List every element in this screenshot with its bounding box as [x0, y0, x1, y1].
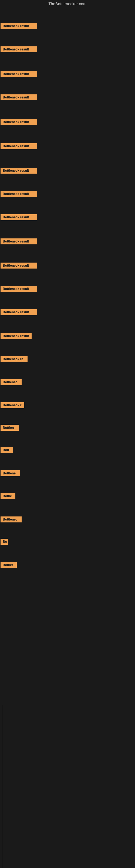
bottleneck-bar-row: Bottleneck result: [1, 333, 32, 340]
bottleneck-bar-row: Bott: [1, 447, 13, 454]
bottleneck-bar-row: Bottleneck re: [1, 356, 28, 363]
bottleneck-bar: Bottleneck result: [1, 119, 37, 125]
bottleneck-bar-row: Bottleneck result: [1, 167, 37, 175]
bottleneck-bar: Bottler: [1, 562, 17, 568]
bottleneck-bar-row: Bottleneck r: [1, 402, 24, 409]
site-title: TheBottlenecker.com: [0, 0, 135, 8]
bottleneck-bar: Bottleneck result: [1, 309, 37, 315]
bottleneck-bar-row: Bottleneck result: [1, 119, 37, 126]
bottleneck-bar: Bottleneck result: [1, 94, 37, 100]
bottleneck-bar-row: Bo: [1, 539, 8, 546]
bottleneck-bar: Bottleneck result: [1, 333, 32, 339]
bottleneck-bar-row: Bottler: [1, 562, 17, 569]
bottleneck-bar: Bottleneck r: [1, 402, 24, 408]
bottleneck-bar-row: Bottleneck result: [1, 23, 37, 30]
bottleneck-bar-row: Bottlenec: [1, 379, 21, 386]
bottleneck-bar: Bottleneck result: [1, 143, 37, 149]
bottleneck-bar-row: Bottleneck result: [1, 71, 37, 78]
bottleneck-bar-row: Bottlene: [1, 470, 20, 477]
bottleneck-bar-row: Bottlenec: [1, 517, 21, 524]
bottleneck-bar-row: Bottle: [1, 493, 15, 500]
bottleneck-bar: Bottleneck result: [1, 286, 37, 292]
bottleneck-bar: Bottleneck result: [1, 214, 37, 220]
bottleneck-bar-row: Bottleneck result: [1, 239, 37, 246]
bottleneck-bar: Bottleneck result: [1, 46, 37, 52]
bottleneck-bar-row: Bottleneck result: [1, 286, 37, 293]
bottleneck-bar: Bottleneck result: [1, 239, 37, 244]
bottleneck-bar-row: Bottleneck result: [1, 214, 37, 221]
bottleneck-bar-row: Bottleneck result: [1, 46, 37, 54]
bottleneck-bar-row: Bottleneck result: [1, 94, 37, 101]
bottleneck-bar-row: Bottleneck result: [1, 191, 37, 198]
bottleneck-bar: Bott: [1, 447, 13, 453]
bottleneck-bar: Bottle: [1, 493, 15, 499]
bottleneck-bar: Bottleneck result: [1, 71, 37, 77]
bottleneck-bar: Bottleneck result: [1, 262, 37, 269]
bottleneck-bar: Bottlenec: [1, 379, 21, 385]
bottleneck-bar: Bottleneck result: [1, 191, 37, 197]
bottleneck-bar: Bottleneck result: [1, 167, 37, 174]
vertical-line: [3, 705, 3, 868]
bottleneck-bar-row: Bottleneck result: [1, 309, 37, 316]
bottleneck-bar: Bottlene: [1, 470, 20, 476]
bottleneck-bar: Bottlen: [1, 425, 19, 431]
bottleneck-bar-row: Bottleneck result: [1, 262, 37, 270]
bottleneck-bar: Bo: [1, 539, 8, 545]
bottleneck-bar-row: Bottleneck result: [1, 143, 37, 150]
bottleneck-bar: Bottlenec: [1, 517, 21, 522]
bottleneck-bar-row: Bottlen: [1, 425, 19, 432]
chart-area: Bottleneck resultBottleneck resultBottle…: [0, 8, 135, 868]
bottleneck-bar: Bottleneck re: [1, 356, 28, 362]
bottleneck-bar: Bottleneck result: [1, 23, 37, 29]
